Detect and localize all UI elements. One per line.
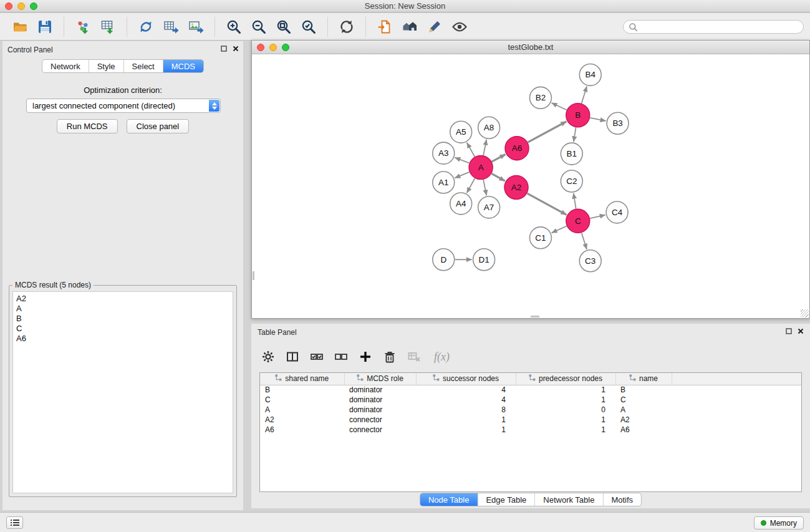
network-close-button[interactable] <box>257 44 264 51</box>
mcds-result-list[interactable]: A2ABCA6 <box>12 291 233 493</box>
zoom-selected-button[interactable] <box>297 16 320 38</box>
column-header-name[interactable]: name <box>615 373 672 385</box>
table-row[interactable]: A6connector11A6 <box>260 425 801 435</box>
minimize-window-button[interactable] <box>17 2 25 10</box>
select-all-button[interactable] <box>310 350 324 364</box>
export-table-button[interactable] <box>160 16 182 38</box>
graph-edge-A-A3[interactable] <box>455 158 469 163</box>
graph-edge-A-A5[interactable] <box>467 143 475 157</box>
import-table-button[interactable] <box>97 16 119 38</box>
table-row[interactable]: Cdominator41C <box>260 395 801 405</box>
close-panel-button[interactable]: Close panel <box>127 119 190 133</box>
graph-node-C1[interactable]: C1 <box>529 227 551 249</box>
deselect-all-button[interactable] <box>334 350 348 364</box>
network-zoom-button[interactable] <box>282 44 289 51</box>
graph-node-C2[interactable]: C2 <box>561 170 582 192</box>
graph-edge-A-A8[interactable] <box>483 140 486 155</box>
tab-network-table[interactable]: Network Table <box>535 493 603 506</box>
zoom-in-button[interactable] <box>223 16 245 38</box>
tab-motifs[interactable]: Motifs <box>603 493 641 506</box>
graph-edge-B-B1[interactable] <box>574 127 576 142</box>
float-panel-icon[interactable] <box>221 46 227 52</box>
tab-network[interactable]: Network <box>42 60 89 72</box>
graph-node-B4[interactable]: B4 <box>579 64 601 85</box>
graph-node-A1[interactable]: A1 <box>433 172 455 193</box>
graph-node-D[interactable]: D <box>433 249 455 271</box>
apply-layout-button[interactable] <box>335 16 358 38</box>
new-column-button[interactable] <box>359 350 372 364</box>
graph-node-A5[interactable]: A5 <box>450 121 472 143</box>
graph-edge-C-C2[interactable] <box>574 193 576 209</box>
close-window-button[interactable] <box>5 2 12 10</box>
graph-edge-A-A2[interactable] <box>491 173 504 181</box>
graph-edge-C-C4[interactable] <box>590 215 605 218</box>
graph-node-A8[interactable]: A8 <box>478 117 500 138</box>
tab-node-table[interactable]: Node Table <box>420 493 478 506</box>
delete-table-button[interactable] <box>407 350 421 364</box>
close-table-panel-icon[interactable] <box>798 328 804 334</box>
graph-node-A6[interactable]: A6 <box>505 137 529 160</box>
column-header-shared-name[interactable]: shared name <box>260 373 344 385</box>
optimization-criterion-select[interactable]: largest connected component (directed) <box>26 99 221 113</box>
vertical-scroll-indicator[interactable] <box>253 271 254 280</box>
open-session-button[interactable] <box>9 16 31 38</box>
horizontal-scroll-indicator[interactable] <box>531 316 539 317</box>
result-item[interactable]: A <box>16 304 229 314</box>
network-canvas[interactable]: B4B2BB3A8A5A6A3B1AC2A1A2A4A7C4CC1C3DD1 <box>252 55 809 318</box>
tab-style[interactable]: Style <box>89 60 124 72</box>
graph-node-C3[interactable]: C3 <box>579 250 601 272</box>
graph-node-B2[interactable]: B2 <box>529 87 551 109</box>
tab-edge-table[interactable]: Edge Table <box>478 493 535 506</box>
graph-edge-C-C1[interactable] <box>552 226 567 233</box>
graph-node-A4[interactable]: A4 <box>450 193 472 215</box>
graph-node-B1[interactable]: B1 <box>561 143 582 165</box>
result-item[interactable]: A2 <box>16 294 229 304</box>
table-row[interactable]: Adominator80A <box>260 405 801 415</box>
graph-node-C[interactable]: C <box>566 209 590 233</box>
graph-edge-A-A6[interactable] <box>492 155 506 162</box>
graph-node-C4[interactable]: C4 <box>606 201 628 223</box>
column-header-successor-nodes[interactable]: successor nodes <box>416 373 516 385</box>
show-panels-button[interactable] <box>6 516 23 529</box>
graph-node-A[interactable]: A <box>469 156 493 180</box>
visual-style-button[interactable] <box>423 16 446 38</box>
zoom-window-button[interactable] <box>30 2 37 10</box>
network-minimize-button[interactable] <box>269 44 277 51</box>
graph-edge-A-A4[interactable] <box>467 178 475 193</box>
graph-node-A7[interactable]: A7 <box>478 196 500 218</box>
graph-node-B3[interactable]: B3 <box>607 112 629 134</box>
export-network-button[interactable] <box>135 16 157 38</box>
table-row[interactable]: A2connector11A2 <box>260 415 801 425</box>
tab-mcds[interactable]: MCDS <box>163 60 203 72</box>
search-input[interactable] <box>641 22 798 31</box>
import-network-button[interactable] <box>72 16 94 38</box>
float-table-panel-icon[interactable] <box>786 328 792 334</box>
result-item[interactable]: C <box>16 324 229 334</box>
delete-columns-button[interactable] <box>383 350 397 364</box>
graph-edge-C-C3[interactable] <box>582 233 587 249</box>
home-button[interactable] <box>398 16 421 38</box>
export-image-button[interactable] <box>185 16 207 38</box>
memory-button[interactable]: Memory <box>754 516 804 530</box>
column-header-mcds-role[interactable]: MCDS role <box>344 373 416 385</box>
first-neighbors-button[interactable] <box>374 16 396 38</box>
table-settings-button[interactable] <box>261 350 275 364</box>
tab-select[interactable]: Select <box>124 60 163 72</box>
show-columns-button[interactable] <box>286 350 299 364</box>
result-item[interactable]: B <box>16 314 229 324</box>
close-panel-icon[interactable] <box>233 46 239 52</box>
graph-node-D1[interactable]: D1 <box>473 249 495 271</box>
graph-edge-A6-B[interactable] <box>528 122 567 142</box>
network-window-titlebar[interactable]: testGlobe.txt <box>252 41 809 54</box>
zoom-out-button[interactable] <box>248 16 270 38</box>
search-field[interactable] <box>623 20 804 34</box>
column-header-predecessor-nodes[interactable]: predecessor nodes <box>516 373 615 385</box>
result-item[interactable]: A6 <box>16 334 229 344</box>
graph-edge-B-B2[interactable] <box>552 103 567 110</box>
graph-edge-A2-C[interactable] <box>528 193 567 215</box>
resize-handle[interactable] <box>801 309 809 317</box>
show-details-button[interactable] <box>448 16 471 38</box>
table-row[interactable]: Bdominator41B <box>260 385 801 395</box>
graph-node-A3[interactable]: A3 <box>433 142 455 164</box>
run-mcds-button[interactable]: Run MCDS <box>57 119 118 133</box>
